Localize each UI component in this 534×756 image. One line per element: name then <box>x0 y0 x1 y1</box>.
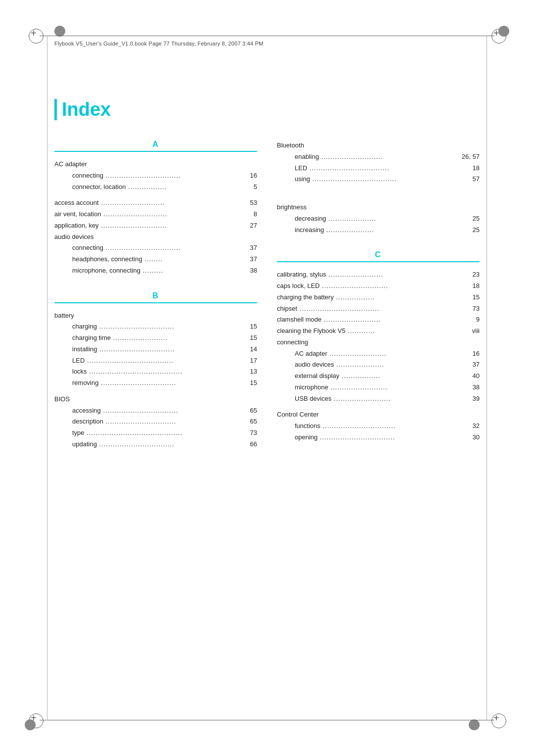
section-c-letter: C <box>277 250 480 259</box>
battery-led: LED ....................................… <box>54 355 257 367</box>
main-content: Index A AC adapter connecting <box>54 99 480 697</box>
control-center-main: Control Center <box>277 409 480 421</box>
corner-circle-bl <box>25 719 36 730</box>
battery-charging: charging ...............................… <box>54 321 257 332</box>
battery-charging-time: charging time ........................ 1… <box>54 332 257 344</box>
brightness-increasing: increasing ..................... 25 <box>277 225 480 236</box>
bios-main: BIOS <box>54 394 257 405</box>
entry-connecting: connecting AC adapter ..................… <box>277 337 480 405</box>
index-columns: A AC adapter connecting ................… <box>54 140 480 465</box>
col-right: Bluetooth enabling .....................… <box>277 140 480 465</box>
entry-control-center: Control Center functions ...............… <box>277 409 480 443</box>
bios-description: description ............................… <box>54 416 257 427</box>
bluetooth-enabling: enabling ........................... 26,… <box>277 151 480 163</box>
ac-adapter-connecting: connecting .............................… <box>54 170 257 182</box>
spacer-1 <box>277 190 480 202</box>
bluetooth-main: Bluetooth <box>277 140 480 151</box>
page-title: Index <box>54 99 480 120</box>
connecting-mic: microphone ......................... 38 <box>277 382 480 393</box>
entry-clamshell: clamshell mode .........................… <box>277 314 480 326</box>
entry-bluetooth: Bluetooth enabling .....................… <box>277 140 480 185</box>
bios-updating: updating ...............................… <box>54 439 257 450</box>
page-rule-top <box>40 36 494 36</box>
connecting-display: external display ................. 40 <box>277 371 480 382</box>
entry-calibrating: calibrating, stylus ....................… <box>277 269 480 281</box>
col-left: A AC adapter connecting ................… <box>54 140 257 465</box>
battery-locks: locks ..................................… <box>54 366 257 378</box>
audio-microphone: microphone, connecting ......... 38 <box>54 265 257 277</box>
page: Flybook V5_User's Guide_V1.0.book Page 7… <box>0 0 534 756</box>
entry-cleaning: cleaning the Flybook V5 ............ vii… <box>277 326 480 337</box>
connecting-audio: audio devices ..................... 37 <box>277 359 480 371</box>
section-a: A AC adapter connecting ................… <box>54 140 257 277</box>
page-rule-bottom <box>40 720 494 720</box>
entry-audio-devices: audio devices connecting ...............… <box>54 232 257 277</box>
entry-bios: BIOS accessing .........................… <box>54 394 257 450</box>
bios-accessing: accessing ..............................… <box>54 405 257 417</box>
battery-removing: removing ...............................… <box>54 378 257 389</box>
control-center-functions: functions ..............................… <box>277 421 480 432</box>
bios-type: type ...................................… <box>54 427 257 439</box>
corner-circle-tr <box>498 26 509 37</box>
section-c: C calibrating, stylus ..................… <box>277 250 480 443</box>
corner-circle-tl <box>54 26 65 37</box>
entry-application-key: application, key .......................… <box>54 220 257 232</box>
entry-air-vent: air vent, location .....................… <box>54 209 257 220</box>
bluetooth-using: using ..................................… <box>277 174 480 185</box>
audio-devices-main: audio devices <box>54 232 257 243</box>
entry-chipset: chipset ................................… <box>277 303 480 315</box>
entry-ac-adapter: AC adapter connecting ..................… <box>54 159 257 192</box>
corner-circle-br <box>469 719 480 730</box>
connecting-main: connecting <box>277 337 480 348</box>
entry-brightness: brightness decreasing ..................… <box>277 202 480 236</box>
section-b-letter: B <box>54 291 257 300</box>
section-b: B battery charging .....................… <box>54 291 257 450</box>
section-a-rule <box>54 151 257 152</box>
connecting-ac: AC adapter ......................... 16 <box>277 348 480 360</box>
page-rule-right <box>487 36 487 720</box>
entry-battery: battery charging .......................… <box>54 310 257 389</box>
audio-connecting: connecting .............................… <box>54 242 257 254</box>
page-rule-left <box>47 36 47 720</box>
bluetooth-led: LED ................................... … <box>277 163 480 174</box>
section-bluetooth: Bluetooth enabling .....................… <box>277 140 480 236</box>
header-info: Flybook V5_User's Guide_V1.0.book Page 7… <box>54 41 264 47</box>
ac-adapter-connector: connector, location ................. 5 <box>54 182 257 193</box>
battery-main: battery <box>54 310 257 322</box>
entry-caps-lock: caps lock, LED .........................… <box>277 281 480 292</box>
section-a-letter: A <box>54 140 257 149</box>
battery-installing: installing .............................… <box>54 344 257 355</box>
control-center-opening: opening ................................… <box>277 432 480 443</box>
reg-mark-br <box>491 713 505 727</box>
brightness-main: brightness <box>277 202 480 213</box>
connecting-usb: USB devices ......................... 39 <box>277 393 480 405</box>
audio-headphones: headphones, connecting ........ 37 <box>54 254 257 265</box>
brightness-decreasing: decreasing ..................... 25 <box>277 213 480 225</box>
entry-charging-battery: charging the battery ................. 1… <box>277 292 480 303</box>
section-b-rule <box>54 302 257 303</box>
section-c-rule <box>277 261 480 262</box>
entry-access-account: access account .........................… <box>54 197 257 209</box>
ac-adapter-main: AC adapter <box>54 159 257 170</box>
